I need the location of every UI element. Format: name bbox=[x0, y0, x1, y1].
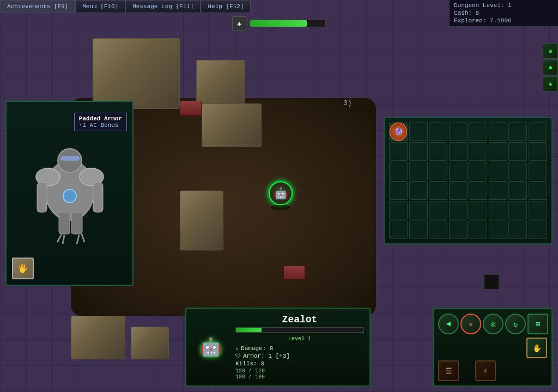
inventory-cell-3-3[interactable] bbox=[449, 181, 468, 200]
character-name: Zealot bbox=[235, 314, 364, 325]
inventory-cell-2-7[interactable] bbox=[529, 162, 547, 180]
character-panel: 🤖 Zealot Level 1 ⚔ Damage: 8 🛡 Armor: 1 … bbox=[185, 308, 371, 387]
inventory-cell-2-1[interactable] bbox=[409, 162, 428, 180]
health-area: ✚ bbox=[232, 16, 326, 30]
target-button[interactable]: ◎ bbox=[483, 314, 504, 334]
inventory-cell-4-7[interactable] bbox=[529, 201, 547, 219]
explored-text: Explored: 7.1996 bbox=[454, 17, 554, 24]
svg-line-12 bbox=[77, 235, 79, 244]
back-button[interactable]: ◄ bbox=[438, 314, 459, 334]
inventory-cell-3-0[interactable] bbox=[389, 181, 408, 200]
bottom-action-buttons: ☰ ⚡ bbox=[438, 360, 547, 381]
menu-button[interactable]: Menu [F10] bbox=[75, 0, 125, 13]
rotate-button[interactable]: ↻ bbox=[505, 314, 526, 334]
svg-point-9 bbox=[63, 189, 76, 203]
inventory-cell-1-4[interactable] bbox=[469, 142, 487, 161]
inventory-cell-3-2[interactable] bbox=[429, 181, 447, 200]
hand-action-button[interactable]: ✋ bbox=[526, 338, 547, 358]
inventory-cell-5-7[interactable] bbox=[529, 220, 547, 239]
inventory-cell-4-2[interactable] bbox=[429, 201, 447, 219]
inventory-cell-5-5[interactable] bbox=[489, 220, 507, 239]
item-equip-icon[interactable]: 🖐 bbox=[12, 258, 34, 279]
damage-icon: ⚔ bbox=[235, 345, 239, 352]
character-ep: 100 / 100 bbox=[235, 374, 364, 380]
inventory-cell-2-6[interactable] bbox=[508, 162, 527, 180]
player-character: 🤖 bbox=[267, 180, 294, 207]
inventory-cell-5-2[interactable] bbox=[429, 220, 447, 239]
svg-line-13 bbox=[82, 234, 84, 242]
armor-visual bbox=[26, 139, 113, 248]
info-panel: Dungeon Level: 1 Cash: 8 Explored: 7.199… bbox=[449, 0, 558, 26]
inventory-cell-1-7[interactable] bbox=[529, 142, 547, 161]
character-avatar: 🤖 bbox=[192, 326, 230, 369]
inventory-cell-4-4[interactable] bbox=[469, 201, 487, 219]
right-side-buttons: ⊕ ▲ ◈ bbox=[543, 44, 558, 91]
inventory-panel: 🔮 bbox=[384, 117, 553, 244]
inventory-cell-3-7[interactable] bbox=[529, 181, 547, 200]
scroll-button-1[interactable]: ☰ bbox=[438, 360, 459, 381]
inventory-cell-1-3[interactable] bbox=[449, 142, 468, 161]
inventory-cell-4-3[interactable] bbox=[449, 201, 468, 219]
help-button[interactable]: Help [F12] bbox=[201, 0, 251, 13]
grid-button[interactable]: ⊞ bbox=[527, 314, 548, 334]
inventory-cell-4-0[interactable] bbox=[389, 201, 408, 219]
inventory-cell-5-0[interactable] bbox=[389, 220, 408, 239]
message-log-button[interactable]: Message Log [F11] bbox=[125, 0, 201, 13]
svg-rect-8 bbox=[93, 182, 103, 212]
health-bar-background bbox=[250, 20, 326, 27]
stone-block-7 bbox=[131, 327, 169, 359]
zoom-in-button[interactable]: ▲ bbox=[543, 60, 558, 75]
inventory-cell-0-7[interactable] bbox=[529, 122, 547, 141]
inventory-cell-2-3[interactable] bbox=[449, 162, 468, 180]
inventory-cell-5-1[interactable] bbox=[409, 220, 428, 239]
health-icon: ✚ bbox=[232, 16, 246, 30]
inventory-cell-5-4[interactable] bbox=[469, 220, 487, 239]
inventory-cell-1-2[interactable] bbox=[429, 142, 447, 161]
character-hp: 120 / 120 bbox=[235, 368, 364, 374]
inventory-cell-5-6[interactable] bbox=[508, 220, 527, 239]
character-level-label: Level 1 bbox=[235, 336, 364, 342]
inventory-cell-3-1[interactable] bbox=[409, 181, 428, 200]
svg-rect-5 bbox=[59, 212, 70, 234]
item-panel: Padded Armor +1 AC Bonus 🖐 bbox=[5, 101, 134, 286]
zoom-out-button[interactable]: ◈ bbox=[543, 76, 558, 91]
inventory-cell-0-6[interactable] bbox=[508, 122, 527, 141]
kills-stat: Kills: 3 bbox=[235, 360, 364, 367]
inventory-cell-4-5[interactable] bbox=[489, 201, 507, 219]
inventory-cell-1-1[interactable] bbox=[409, 142, 428, 161]
stone-block-6 bbox=[71, 316, 125, 359]
inventory-cell-2-0[interactable] bbox=[389, 162, 408, 180]
inventory-cell-5-3[interactable] bbox=[449, 220, 468, 239]
svg-rect-6 bbox=[71, 212, 82, 234]
inventory-cell-0-3[interactable] bbox=[449, 122, 468, 141]
inventory-cell-3-6[interactable] bbox=[508, 181, 527, 200]
inventory-cell-1-0[interactable] bbox=[389, 142, 408, 161]
inventory-cell-0-4[interactable] bbox=[469, 122, 487, 141]
chest-1[interactable] bbox=[180, 101, 202, 116]
inventory-cell-4-6[interactable] bbox=[508, 201, 527, 219]
achievements-button[interactable]: Achievements [F9] bbox=[0, 0, 75, 13]
inventory-cell-2-4[interactable] bbox=[469, 162, 487, 180]
minimap-button[interactable]: ⊕ bbox=[543, 44, 558, 59]
scroll-button-2[interactable]: ⚡ bbox=[475, 360, 496, 381]
dungeon-level-text: Dungeon Level: 1 bbox=[454, 2, 554, 9]
inventory-cell-2-5[interactable] bbox=[489, 162, 507, 180]
inventory-cell-0-0[interactable]: 🔮 bbox=[389, 122, 408, 141]
inventory-cell-4-1[interactable] bbox=[409, 201, 428, 219]
inventory-cell-0-5[interactable] bbox=[489, 122, 507, 141]
inventory-cell-1-6[interactable] bbox=[508, 142, 527, 161]
inventory-grid: 🔮 bbox=[389, 122, 547, 239]
inventory-cell-3-5[interactable] bbox=[489, 181, 507, 200]
player-shadow bbox=[271, 205, 290, 210]
svg-line-10 bbox=[57, 234, 62, 242]
inventory-cell-0-2[interactable] bbox=[429, 122, 447, 141]
inventory-cell-2-2[interactable] bbox=[429, 162, 447, 180]
inventory-cell-1-5[interactable] bbox=[489, 142, 507, 161]
inventory-cell-3-4[interactable] bbox=[469, 181, 487, 200]
stone-block-1 bbox=[93, 38, 180, 109]
item-bonus: +1 AC Bonus bbox=[79, 122, 122, 128]
damage-stat: ⚔ Damage: 8 bbox=[235, 345, 364, 352]
cancel-button[interactable]: ✕ bbox=[460, 314, 481, 334]
chest-2[interactable] bbox=[283, 266, 305, 279]
inventory-cell-0-1[interactable] bbox=[409, 122, 428, 141]
